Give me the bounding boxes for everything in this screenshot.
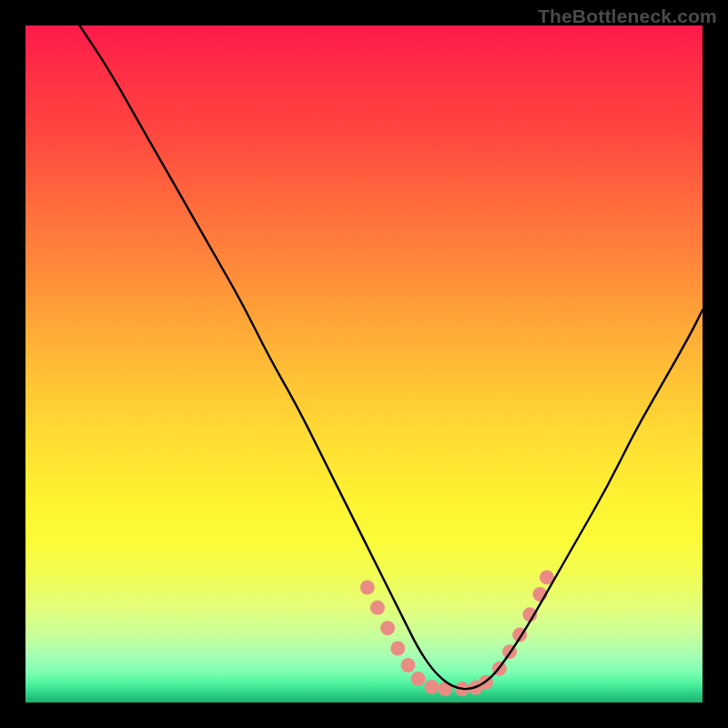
highlight-dot [400,658,415,672]
bottleneck-curve [80,25,703,689]
highlight-dot [370,601,385,615]
plot-area [25,25,703,703]
highlight-dot [411,672,426,686]
watermark-text: TheBottleneck.com [538,5,717,27]
chart-frame: TheBottleneck.com [0,0,728,728]
highlight-dot [424,680,439,694]
highlight-dot [360,581,375,595]
chart-svg [25,25,703,703]
highlight-dot [380,621,395,635]
highlight-dot [390,642,405,656]
